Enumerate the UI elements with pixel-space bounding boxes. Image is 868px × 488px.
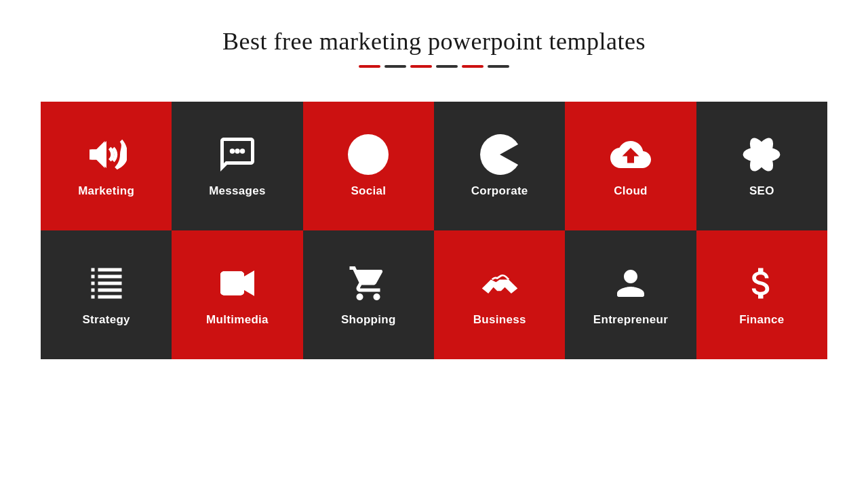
list-icon <box>86 263 127 304</box>
grid-cell-messages[interactable]: Messages <box>172 102 302 230</box>
deco-segment-1 <box>359 65 380 68</box>
seo-label: SEO <box>749 184 774 198</box>
entrepreneur-label: Entrepreneur <box>593 313 668 327</box>
cart-icon <box>348 263 389 304</box>
multimedia-label: Multimedia <box>206 313 269 327</box>
header-section: Best free marketing powerpoint templates <box>209 0 659 81</box>
grid-cell-entrepreneur[interactable]: Entrepreneur <box>565 230 696 359</box>
page-title: Best free marketing powerpoint templates <box>222 27 646 56</box>
video-icon <box>217 263 258 304</box>
cloud-upload-icon <box>610 134 651 175</box>
svg-point-7 <box>760 152 765 157</box>
atom-icon <box>741 134 782 175</box>
grid-cell-cloud[interactable]: Cloud <box>565 102 696 230</box>
chat-icon <box>217 134 258 175</box>
deco-segment-6 <box>488 65 509 68</box>
handshake-icon <box>479 263 520 304</box>
corporate-label: Corporate <box>471 184 528 198</box>
moneybag-icon <box>741 263 782 304</box>
marketing-label: Marketing <box>78 184 134 198</box>
title-decoration <box>222 65 646 68</box>
grid-cell-social[interactable]: Social <box>303 102 434 230</box>
strategy-label: Strategy <box>82 313 130 327</box>
megaphone-icon <box>86 134 127 175</box>
person-icon <box>610 263 651 304</box>
grid-cell-seo[interactable]: SEO <box>696 102 827 230</box>
finance-label: Finance <box>739 313 784 327</box>
deco-segment-5 <box>462 65 484 68</box>
svg-point-3 <box>503 143 508 148</box>
deco-segment-4 <box>436 65 458 68</box>
svg-point-2 <box>240 148 245 154</box>
grid-cell-shopping[interactable]: Shopping <box>303 230 434 359</box>
deco-segment-3 <box>410 65 432 68</box>
twitter-circle-icon <box>348 134 389 175</box>
grid-cell-finance[interactable]: Finance <box>696 230 827 359</box>
social-label: Social <box>351 184 386 198</box>
business-label: Business <box>473 313 526 327</box>
cloud-label: Cloud <box>614 184 648 198</box>
grid-cell-multimedia[interactable]: Multimedia <box>172 230 302 359</box>
pacman-icon <box>479 134 520 175</box>
grid-cell-corporate[interactable]: Corporate <box>434 102 565 230</box>
shopping-label: Shopping <box>341 313 396 327</box>
svg-point-1 <box>235 148 240 154</box>
grid-cell-strategy[interactable]: Strategy <box>41 230 172 359</box>
template-grid: Marketing Messages Social <box>41 102 827 359</box>
svg-marker-10 <box>244 270 254 296</box>
svg-point-0 <box>230 148 235 154</box>
deco-segment-2 <box>384 65 406 68</box>
grid-cell-business[interactable]: Business <box>434 230 565 359</box>
grid-cell-marketing[interactable]: Marketing <box>41 102 172 230</box>
messages-label: Messages <box>209 184 266 198</box>
